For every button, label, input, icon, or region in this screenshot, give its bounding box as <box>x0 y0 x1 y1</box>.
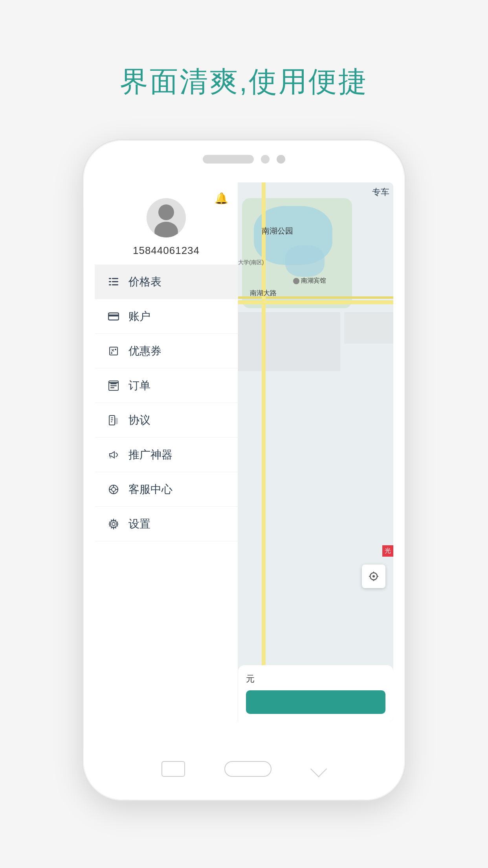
menu-item-order[interactable]: 订单 <box>95 368 238 403</box>
map-block1 <box>238 312 340 371</box>
svg-rect-14 <box>110 383 117 384</box>
menu-list: 价格表 账户 <box>95 265 238 722</box>
svg-rect-19 <box>111 417 113 418</box>
svg-rect-8 <box>112 284 118 285</box>
promo-red-label: 光 <box>382 545 393 557</box>
phone-mockup: 🔔 15844061234 <box>83 140 405 800</box>
phone-top-bar <box>203 155 285 164</box>
svg-point-12 <box>111 352 112 354</box>
svg-rect-5 <box>109 281 111 282</box>
svg-point-11 <box>115 349 116 350</box>
front-camera <box>261 155 270 164</box>
svg-rect-21 <box>111 421 112 422</box>
menu-label-settings: 设置 <box>128 517 150 531</box>
menu-label-account: 账户 <box>128 309 150 324</box>
svg-point-31 <box>372 575 375 577</box>
svg-rect-22 <box>115 418 118 424</box>
map-top-label: 专车 <box>372 186 389 198</box>
phone-screen: 🔔 15844061234 <box>95 182 393 722</box>
map-label-hotel: 南湖宾馆 <box>293 277 326 285</box>
order-button[interactable] <box>246 690 385 714</box>
map-bottom-sheet: 元 <box>238 665 393 722</box>
svg-rect-7 <box>109 284 111 285</box>
recent-apps-button[interactable] <box>161 761 185 777</box>
svg-point-29 <box>112 522 115 526</box>
user-phone: 15844061234 <box>133 245 200 257</box>
map-panel: 南湖公园 南湖大路 南湖宾馆 大学(南区) 专车 <box>238 182 393 722</box>
menu-item-account[interactable]: 账户 <box>95 299 238 334</box>
menu-item-promo[interactable]: 推广神器 <box>95 438 238 472</box>
account-icon <box>106 309 121 324</box>
menu-item-settings[interactable]: 设置 <box>95 507 238 541</box>
map-block2 <box>344 312 393 344</box>
svg-rect-10 <box>108 314 119 316</box>
front-camera2 <box>277 155 285 164</box>
avatar <box>147 198 186 237</box>
page-title: 界面清爽,使用便捷 <box>120 63 368 101</box>
map-label-road: 南湖大路 <box>250 289 277 298</box>
menu-label-price-list: 价格表 <box>128 274 161 289</box>
order-icon <box>106 379 121 393</box>
svg-point-24 <box>112 487 116 491</box>
drawer-panel: 🔔 15844061234 <box>95 182 238 722</box>
phone-bottom-bar <box>161 761 327 777</box>
svg-rect-4 <box>112 278 118 279</box>
menu-label-order: 订单 <box>128 378 150 393</box>
menu-label-promo: 推广神器 <box>128 447 172 462</box>
drawer-header: 🔔 15844061234 <box>95 182 238 265</box>
location-button[interactable] <box>362 565 385 588</box>
menu-label-service: 客服中心 <box>128 482 172 497</box>
svg-point-1 <box>158 204 174 220</box>
map-lake-secondary <box>285 245 325 277</box>
price-text: 元 <box>246 673 385 685</box>
svg-rect-15 <box>110 385 117 386</box>
bell-icon[interactable]: 🔔 <box>215 192 228 205</box>
list-icon <box>106 275 121 289</box>
map-label-university: 大学(南区) <box>238 259 262 266</box>
svg-rect-6 <box>112 281 118 282</box>
back-button[interactable] <box>311 761 327 777</box>
service-icon <box>106 482 121 497</box>
agreement-icon <box>106 413 121 427</box>
settings-icon <box>106 517 121 531</box>
menu-label-agreement: 协议 <box>128 413 150 428</box>
menu-item-price-list[interactable]: 价格表 <box>95 265 238 299</box>
map-label-park: 南湖公园 <box>262 226 293 236</box>
home-button[interactable] <box>224 761 272 777</box>
svg-rect-17 <box>109 382 118 383</box>
menu-item-coupon[interactable]: 优惠券 <box>95 334 238 368</box>
menu-item-service[interactable]: 客服中心 <box>95 472 238 507</box>
svg-rect-16 <box>110 387 114 388</box>
menu-item-agreement[interactable]: 协议 <box>95 403 238 438</box>
speaker <box>203 155 254 164</box>
svg-rect-3 <box>109 278 111 279</box>
promo-icon <box>106 448 121 462</box>
coupon-icon <box>106 344 121 358</box>
svg-rect-20 <box>111 419 113 420</box>
menu-label-coupon: 优惠券 <box>128 344 161 359</box>
